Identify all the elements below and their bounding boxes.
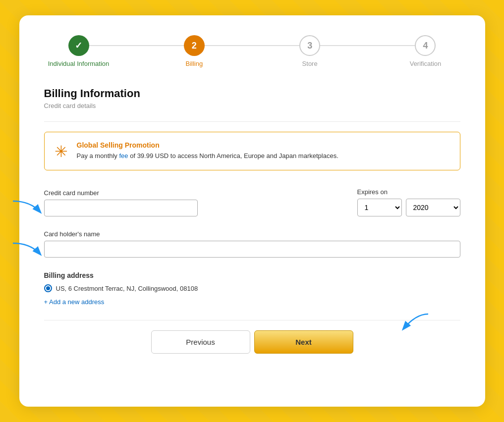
add-address-link[interactable]: + Add a new address — [44, 298, 105, 306]
exp-row: 123 456 789 101112 202020212022 20232024… — [357, 199, 460, 216]
billing-subtitle: Credit card details — [44, 102, 460, 109]
address-title: Billing address — [44, 271, 460, 279]
cc-input[interactable] — [44, 200, 198, 216]
billing-title: Billing Information — [44, 87, 460, 100]
previous-button[interactable]: Previous — [151, 330, 250, 354]
radio-dot-inner — [46, 286, 50, 290]
step-circle-verification: 4 — [415, 35, 436, 56]
month-select[interactable]: 123 456 789 101112 — [357, 199, 402, 216]
step-label-individual: Individual Information — [48, 60, 110, 67]
step-individual: ✓ Individual Information — [44, 35, 113, 67]
cc-label: Credit card number — [44, 189, 341, 197]
buttons-row: Previous Next — [44, 330, 460, 354]
year-select[interactable]: 202020212022 202320242025 — [406, 199, 460, 216]
expires-label: Expires on — [357, 188, 460, 196]
stepper: ✓ Individual Information 2 Billing 3 Sto… — [44, 35, 460, 67]
step-label-billing: Billing — [185, 60, 203, 67]
arrow-cc — [10, 197, 45, 217]
step-circle-store: 3 — [299, 35, 320, 56]
address-section: Billing address US, 6 Crestmont Terrac, … — [44, 271, 460, 306]
divider-1 — [44, 121, 460, 122]
step-store: 3 Store — [275, 35, 344, 67]
promo-box: ✳ Global Selling Promotion Pay a monthly… — [44, 132, 460, 170]
address-row: US, 6 Crestmont Terrac, NJ, Collingswood… — [44, 284, 460, 292]
promo-fee-link: fee — [119, 152, 128, 159]
step-label-store: Store — [302, 60, 318, 67]
address-radio[interactable] — [44, 284, 52, 292]
promo-content: Global Selling Promotion Pay a monthly f… — [77, 141, 338, 161]
promo-text: Pay a monthly fee of 39.99 USD to access… — [77, 151, 338, 161]
step-verification: 4 Verification — [391, 35, 460, 67]
expires-field-group: Expires on 123 456 789 101112 2020202120… — [357, 188, 460, 216]
address-value: US, 6 Crestmont Terrac, NJ, Collingswood… — [56, 285, 198, 292]
holder-field-group: Card holder's name — [44, 230, 460, 258]
next-button[interactable]: Next — [254, 330, 353, 354]
main-card: ✓ Individual Information 2 Billing 3 Sto… — [19, 15, 485, 407]
promo-icon: ✳ — [55, 142, 68, 161]
promo-title: Global Selling Promotion — [77, 141, 338, 149]
step-circle-billing: 2 — [184, 35, 205, 56]
stepper-line — [74, 45, 431, 46]
arrow-holder — [10, 239, 45, 259]
arrow-next — [393, 312, 433, 334]
step-label-verification: Verification — [410, 60, 442, 67]
step-billing: 2 Billing — [160, 35, 229, 67]
holder-input[interactable] — [44, 241, 460, 258]
step-circle-individual: ✓ — [68, 35, 89, 56]
cc-field-group: Credit card number — [44, 189, 341, 216]
holder-label: Card holder's name — [44, 230, 460, 238]
